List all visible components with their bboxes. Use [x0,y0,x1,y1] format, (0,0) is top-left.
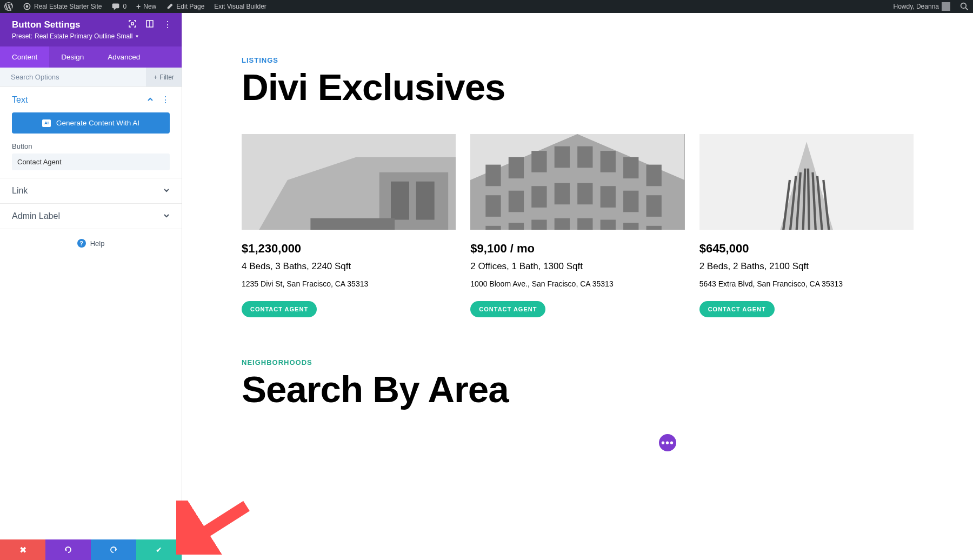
chevron-down-icon: ▼ [135,34,139,39]
svg-rect-26 [555,183,570,204]
settings-sidebar: Button Settings ⋮ Preset: Real Estate Pr… [0,13,182,560]
preset-name: Real Estate Primary Outline Small [35,32,132,40]
contact-agent-button[interactable]: CONTACT AGENT [699,301,775,317]
check-icon: ✔ [156,545,162,554]
listing-image [242,134,456,230]
help-link[interactable]: ? Help [0,229,182,257]
listing-card: $1,230,000 4 Beds, 3 Baths, 2240 Sqft 12… [242,134,456,317]
neighborhoods-section: NEIGHBORHOODS Search By Area [242,358,914,410]
section-link-title: Link [12,186,28,196]
listings-heading: Divi Exclusives [242,68,914,108]
svg-rect-11 [416,181,435,219]
new-content-link[interactable]: + New [136,2,156,11]
contact-agent-button[interactable]: CONTACT AGENT [470,301,545,317]
tab-advanced[interactable]: Advanced [96,46,152,68]
sidebar-header: Button Settings ⋮ Preset: Real Estate Pr… [0,13,182,46]
svg-rect-29 [623,190,638,212]
chevron-up-icon[interactable] [147,95,154,105]
listing-details: 2 Offices, 1 Bath, 1300 Sqft [470,261,684,272]
neighborhoods-heading: Search By Area [242,370,914,410]
listing-image [699,134,914,230]
preset-prefix: Preset: [12,32,32,40]
edit-page-link[interactable]: Edit Page [166,3,204,10]
listing-details: 4 Beds, 3 Baths, 2240 Sqft [242,261,456,272]
expand-icon[interactable] [129,20,136,30]
svg-rect-21 [623,157,638,178]
undo-button[interactable] [45,539,91,560]
section-admin-label: Admin Label [0,204,182,229]
filter-button[interactable]: + Filter [146,68,182,86]
svg-rect-18 [555,146,570,168]
section-text: Text ⋮ AI Generate Content With AI Butto… [0,87,182,178]
section-admin-label-header[interactable]: Admin Label [12,211,170,221]
cancel-button[interactable]: ✖ [0,539,45,560]
builder-fab-button[interactable]: ••• [659,434,676,451]
search-icon[interactable] [960,2,969,11]
layout-icon[interactable] [146,20,154,30]
more-options-icon[interactable]: ⋮ [161,95,170,105]
section-text-header[interactable]: Text ⋮ [12,95,170,105]
site-name-label: Real Estate Starter Site [34,3,102,10]
preset-selector[interactable]: Preset: Real Estate Primary Outline Smal… [12,32,172,40]
avatar-icon [942,2,950,11]
svg-rect-23 [486,195,501,217]
redo-button[interactable] [91,539,136,560]
plus-icon: + [154,74,157,81]
edit-page-label: Edit Page [176,3,204,10]
filter-label: Filter [159,74,174,81]
svg-rect-15 [486,164,501,186]
section-link-header[interactable]: Link [12,186,170,196]
section-admin-label-title: Admin Label [12,211,60,221]
svg-rect-19 [577,146,592,168]
exit-builder-label: Exit Visual Builder [214,3,266,10]
listing-price: $645,000 [699,242,914,256]
svg-line-2 [965,8,968,10]
help-label: Help [90,239,105,248]
preview-canvas: LISTINGS Divi Exclusives $1,230,000 [182,13,973,560]
listing-card: $9,100 / mo 2 Offices, 1 Bath, 1300 Sqft… [470,134,684,317]
tab-design[interactable]: Design [49,46,96,68]
svg-rect-27 [577,183,592,204]
exit-builder-link[interactable]: Exit Visual Builder [214,3,266,10]
plus-icon: + [136,2,141,11]
help-icon: ? [77,239,86,248]
more-options-icon[interactable]: ⋮ [163,21,172,29]
svg-rect-24 [509,190,524,212]
new-label: New [143,3,156,10]
save-button[interactable]: ✔ [136,539,182,560]
sidebar-title: Button Settings [12,19,81,30]
svg-rect-12 [310,218,395,229]
bottom-actions: ✖ ✔ [0,539,182,560]
chevron-down-icon [163,186,170,196]
svg-rect-30 [647,195,662,217]
listing-address: 1235 Divi St, San Fracisco, CA 35313 [242,279,456,288]
svg-rect-37 [623,223,638,230]
svg-rect-20 [601,151,616,172]
search-input[interactable] [0,68,146,86]
comments-link[interactable]: 0 [111,2,126,11]
listing-price: $9,100 / mo [470,242,684,256]
search-row: + Filter [0,68,182,87]
svg-rect-3 [131,23,134,25]
generate-ai-button[interactable]: AI Generate Content With AI [12,112,170,134]
svg-point-1 [961,3,967,9]
svg-rect-10 [391,181,409,219]
greeting-label: Howdy, Deanna [894,3,939,10]
button-text-input[interactable] [12,154,170,170]
user-greeting[interactable]: Howdy, Deanna [894,2,951,11]
svg-point-0 [26,5,29,8]
contact-agent-button[interactable]: CONTACT AGENT [242,301,317,317]
wordpress-logo-icon[interactable] [4,2,13,11]
site-name-link[interactable]: Real Estate Starter Site [23,2,102,11]
comments-count: 0 [123,3,126,10]
button-field-label: Button [12,142,170,150]
generate-ai-label: Generate Content With AI [56,119,139,127]
svg-rect-28 [601,186,616,208]
listing-card: $645,000 2 Beds, 2 Baths, 2100 Sqft 5643… [699,134,914,317]
listing-address: 5643 Extra Blvd, San Francisco, CA 35313 [699,279,914,288]
listing-image [470,134,684,230]
redo-icon [109,545,118,554]
svg-rect-25 [532,186,547,208]
undo-icon [64,545,72,554]
tab-content[interactable]: Content [0,46,49,68]
